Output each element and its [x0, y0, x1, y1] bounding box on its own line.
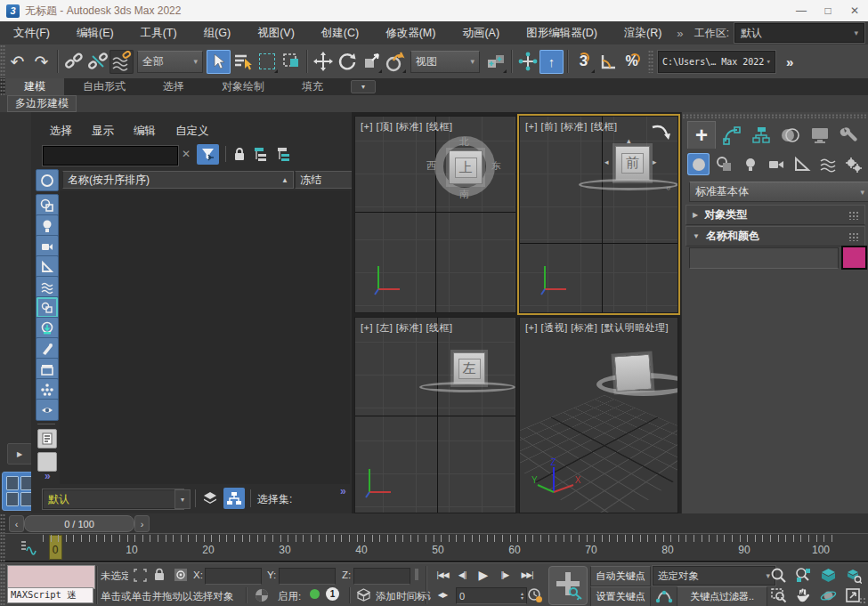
menu-views[interactable]: 视图(V) [244, 21, 308, 44]
viewport-perspective-label[interactable]: [+] [透视] [标准] [默认明暗处理] [525, 321, 669, 335]
rectangular-selection-region-button[interactable] [255, 50, 279, 74]
scene-object-list[interactable] [60, 190, 350, 484]
unlink-selection-icon[interactable] [85, 50, 110, 74]
viewport-top[interactable]: [+] [顶] [标准] [线框] 上 北 南 西 东 [354, 116, 516, 313]
close-button[interactable]: ✕ [841, 1, 868, 20]
viewcube-top-face[interactable]: 上 [449, 150, 483, 184]
minimize-button[interactable]: — [788, 1, 815, 20]
explorer-search-input[interactable] [43, 146, 178, 166]
hierarchy-mode-icon[interactable] [223, 488, 245, 509]
angle-snap-toggle[interactable] [596, 50, 620, 74]
menu-file[interactable]: 文件(F) [0, 21, 63, 44]
display-helpers-toggle[interactable] [36, 255, 59, 278]
window-crossing-toggle[interactable] [279, 50, 303, 74]
helpers-category-button[interactable] [791, 153, 813, 175]
expand-hierarchy-icon[interactable] [252, 145, 270, 163]
display-bones-toggle[interactable] [36, 337, 59, 360]
zoom-region-icon[interactable] [767, 586, 789, 604]
toolbar-grip[interactable] [648, 50, 653, 73]
go-to-end-button[interactable]: ▶▶| [518, 566, 536, 583]
menu-edit[interactable]: 编辑(E) [63, 21, 127, 44]
keyboard-shortcut-override-toggle[interactable]: ↑ [539, 50, 564, 74]
blank-filter-icon[interactable] [37, 452, 57, 472]
display-xrefs-toggle[interactable] [36, 317, 59, 339]
viewport-left[interactable]: [+] [左] [标准] [线框] 左 [354, 317, 516, 513]
viewcube-arrow-right-icon[interactable]: ▸ [653, 158, 657, 166]
set-key-button[interactable]: 设置关键点 [590, 586, 651, 606]
menu-modifiers[interactable]: 修改器(M) [372, 21, 449, 44]
hierarchy-tab[interactable] [748, 122, 775, 149]
resize-grip[interactable] [859, 597, 866, 604]
isolate-selection-icon[interactable] [354, 586, 372, 603]
select-and-place-button[interactable] [383, 50, 407, 74]
mini-curve-editor-icon[interactable] [18, 537, 39, 557]
name-color-rollout[interactable]: ▼ 名称和颜色 [685, 226, 865, 246]
explorer-menu-edit[interactable]: 编辑 [124, 121, 166, 141]
spinner-down-icon[interactable]: ▾ [521, 596, 523, 601]
zoom-all-icon[interactable] [792, 566, 814, 584]
toolbar-overflow-icon[interactable]: » [786, 54, 793, 69]
display-containers-toggle[interactable] [36, 358, 59, 380]
collapse-hierarchy-icon[interactable] [275, 145, 293, 163]
motion-tab[interactable] [777, 122, 804, 149]
explorer-menu-select[interactable]: 选择 [40, 121, 82, 141]
project-folder-dropdown[interactable]: C:\Users\… Max 2022 ▾ [658, 51, 775, 73]
geometry-category-button[interactable] [687, 153, 710, 175]
select-object-button[interactable] [207, 50, 231, 74]
current-frame-field[interactable]: 0 ▴ ▾ [456, 587, 527, 604]
explorer-preset-dropdown[interactable]: 默认 [43, 489, 183, 509]
utilities-tab[interactable] [836, 122, 863, 149]
display-cameras-toggle[interactable] [36, 235, 59, 257]
object-type-rollout[interactable]: ▶ 对象类型 [685, 205, 865, 225]
viewcube[interactable] [614, 354, 653, 392]
ribbon-tab-selection[interactable]: 选择 [144, 78, 203, 95]
viewport-left-label[interactable]: [+] [左] [标准] [线框] [361, 321, 453, 335]
degradation-level-badge[interactable]: 1 [326, 587, 339, 601]
y-coordinate-field[interactable] [279, 568, 336, 585]
time-ruler[interactable]: 0 10 20 30 40 50 60 70 80 90 100 [0, 533, 868, 562]
menu-tools[interactable]: 工具(T) [127, 21, 191, 44]
zoom-extents-icon[interactable] [817, 566, 839, 584]
rollout-grip[interactable] [848, 232, 859, 241]
maximize-button[interactable]: □ [815, 1, 841, 20]
viewcube-orbit-ring[interactable] [419, 382, 515, 392]
viewcube-front-face[interactable]: 前 [615, 146, 650, 181]
ribbon-tab-modeling[interactable]: 建模 [5, 78, 64, 95]
ribbon-tab-object-paint[interactable]: 对象绘制 [203, 78, 283, 95]
compass-west-label[interactable]: 西 [426, 159, 436, 173]
clear-search-icon[interactable]: ✕ [179, 146, 193, 162]
add-time-tag[interactable]: 添加时间标记 [376, 590, 431, 603]
set-keys-button[interactable] [548, 566, 588, 605]
select-and-manipulate-button[interactable] [515, 50, 539, 74]
select-and-rotate-button[interactable] [335, 50, 359, 74]
polygon-modeling-panel[interactable]: 多边形建模 [7, 95, 77, 112]
viewcube-arrow-left-icon[interactable]: ◂ [604, 158, 609, 166]
viewcube-left-face[interactable]: 左 [453, 352, 485, 384]
viewcube-home-icon[interactable]: ○ [666, 184, 670, 192]
select-by-name-button[interactable] [231, 50, 255, 74]
reference-coordinate-dropdown[interactable]: 视图 ▾ [410, 51, 480, 73]
compass-north-label[interactable]: 北 [459, 135, 469, 149]
next-frame-button[interactable]: ||▶ [497, 566, 513, 583]
go-to-start-button[interactable]: |◀◀ [434, 566, 451, 583]
lights-category-button[interactable] [739, 153, 761, 175]
absolute-transform-type-in-icon[interactable] [173, 567, 189, 582]
explorer-overflow-left-icon[interactable]: » [45, 470, 50, 482]
next-frame-button[interactable]: › [134, 515, 150, 532]
display-tab[interactable] [807, 122, 833, 149]
zoom-icon[interactable] [767, 566, 789, 584]
percent-snap-toggle[interactable]: % [620, 50, 644, 74]
select-and-move-button[interactable] [311, 50, 335, 74]
viewport-front-label[interactable]: [+] [前] [标准] [线框] [525, 120, 618, 133]
pan-view-icon[interactable] [792, 586, 814, 604]
systems-category-button[interactable] [842, 153, 864, 175]
scene-explorer-list-icon[interactable] [37, 429, 57, 448]
display-hidden-toggle[interactable] [36, 399, 59, 421]
snap-toggle-3d-button[interactable]: 3 [572, 50, 596, 74]
ribbon-minimize-dropdown[interactable]: ▾ [351, 80, 376, 93]
display-shapes-toggle[interactable] [36, 194, 59, 216]
menu-graph-editors[interactable]: 图形编辑器(D) [513, 21, 611, 44]
zoom-extents-all-icon[interactable] [842, 566, 864, 584]
viewcube-orbit-ring[interactable] [579, 179, 678, 190]
select-and-scale-button[interactable] [359, 50, 383, 74]
